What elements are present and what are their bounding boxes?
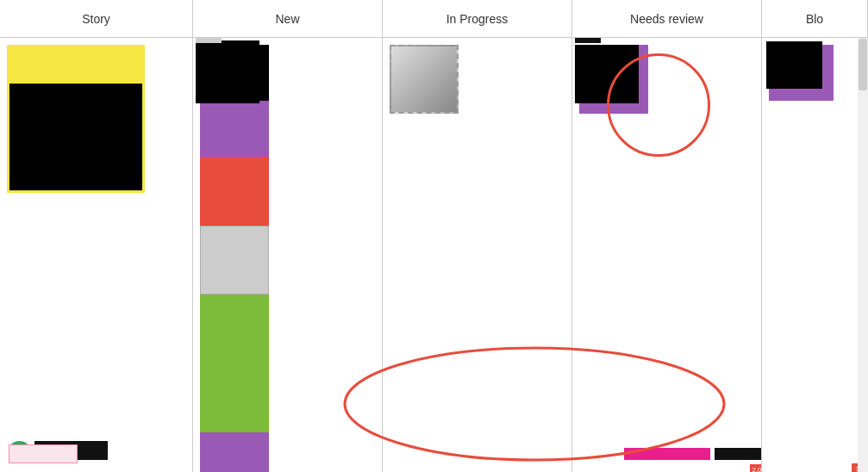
column-blocked-body[interactable]: 3.0 [762,38,867,472]
new-card-5-green[interactable] [200,295,269,363]
column-blocked-header: Blo [762,0,867,38]
nr-card-badge: 2.0 [750,464,761,472]
column-needsreview-body[interactable]: 2.0 [572,38,761,472]
column-inprogress-body[interactable] [383,38,571,472]
column-needsreview-label: Needs review [630,12,703,26]
nr-purple-card[interactable]: 2.0 [579,45,648,114]
scrollbar-thumb[interactable] [859,39,867,90]
column-new-body[interactable] [193,38,382,472]
nr-bottom-bar-black [715,448,761,460]
column-new: New [193,0,383,472]
nr-bottom-bar-pink [624,448,710,460]
new-card-4-gray[interactable] [200,226,269,295]
new-card-7-inner [196,45,259,102]
blocked-card-purple[interactable]: 3.0 [769,45,834,101]
new-card-7-tab [196,38,222,43]
column-story-header: Story [0,0,192,38]
column-new-label: New [275,12,299,26]
column-inprogress: In Progress [383,0,572,472]
story-card-pink-bottom[interactable] [9,444,78,463]
new-card-6-green[interactable] [200,363,269,432]
column-story: Story [0,0,193,472]
new-card-2-purple[interactable] [200,101,269,157]
column-story-body[interactable] [0,38,192,472]
column-inprogress-label: In Progress [446,12,509,26]
column-blocked: Blo 3.0 [762,0,868,472]
column-needsreview: Needs review 2.0 [572,0,762,472]
story-card-black[interactable] [7,81,145,193]
column-inprogress-header: In Progress [383,0,571,38]
kanban-board: Story New [0,0,868,472]
nr-card-tab [575,38,601,43]
new-card-7-purple[interactable] [200,432,269,472]
vertical-scrollbar[interactable] [858,38,868,472]
column-story-label: Story [82,12,110,26]
inprog-drag-card[interactable] [390,45,459,114]
column-new-header: New [193,0,382,38]
story-card-yellow[interactable] [7,45,145,81]
new-card-3-red[interactable] [200,157,269,226]
column-blocked-label: Blo [806,12,823,26]
blocked-card-inner [766,41,822,89]
column-needsreview-header: Needs review [572,0,761,38]
nr-card-inner [575,45,639,103]
